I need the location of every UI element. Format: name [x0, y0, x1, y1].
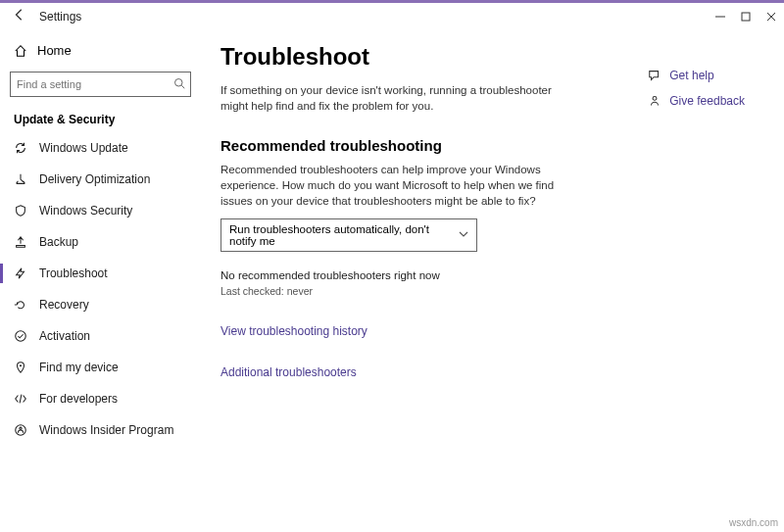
sidebar-item-label: Troubleshoot [39, 266, 108, 280]
get-help-link[interactable]: Get help [648, 69, 745, 82]
location-icon [14, 361, 27, 374]
no-recommended-text: No recommended troubleshooters right now [220, 269, 764, 281]
recovery-icon [14, 298, 27, 312]
dropdown-value: Run troubleshooters automatically, don't… [229, 223, 459, 247]
svg-point-10 [653, 96, 657, 100]
sidebar-item-find-my-device[interactable]: Find my device [0, 352, 201, 383]
sidebar-item-label: Windows Insider Program [39, 423, 173, 437]
search-wrap [0, 64, 201, 105]
home-icon [14, 44, 27, 58]
search-icon [173, 75, 185, 93]
insider-icon [14, 423, 27, 437]
developers-icon [14, 392, 27, 406]
backup-icon [14, 235, 27, 249]
give-feedback-link[interactable]: Give feedback [648, 94, 745, 108]
svg-point-6 [16, 331, 26, 342]
search-input[interactable] [10, 72, 191, 97]
recommended-heading: Recommended troubleshooting [220, 137, 764, 154]
sidebar-item-label: Activation [39, 329, 90, 343]
sidebar-item-backup[interactable]: Backup [0, 226, 201, 258]
sidebar-item-delivery-optimization[interactable]: Delivery Optimization [0, 164, 201, 195]
window-title: Settings [39, 10, 81, 24]
sidebar-item-label: For developers [39, 392, 118, 406]
right-links: Get help Give feedback [648, 69, 745, 108]
sidebar-item-for-developers[interactable]: For developers [0, 383, 201, 414]
svg-line-5 [181, 85, 184, 88]
home-label: Home [37, 43, 72, 58]
shield-icon [14, 204, 27, 218]
svg-point-4 [175, 79, 183, 87]
feedback-icon [648, 94, 662, 108]
back-button[interactable] [0, 8, 39, 24]
section-header: Update & Security [0, 105, 201, 132]
close-button[interactable] [759, 4, 784, 29]
titlebar: Settings [0, 0, 784, 29]
sidebar-item-recovery[interactable]: Recovery [0, 289, 201, 320]
main-content: Troubleshoot If something on your device… [201, 29, 784, 532]
sidebar-item-windows-update[interactable]: Windows Update [0, 132, 201, 164]
watermark: wsxdn.com [729, 517, 778, 528]
troubleshoot-frequency-dropdown[interactable]: Run troubleshooters automatically, don't… [220, 218, 477, 252]
intro-text: If something on your device isn't workin… [220, 82, 564, 114]
activation-icon [14, 329, 27, 343]
sync-icon [14, 141, 27, 155]
svg-point-9 [20, 427, 22, 429]
sidebar: Home Update & Security Windows Update De… [0, 29, 201, 532]
sidebar-item-label: Windows Security [39, 204, 132, 218]
sidebar-item-activation[interactable]: Activation [0, 320, 201, 352]
page-title: Troubleshoot [220, 43, 764, 71]
troubleshoot-icon [14, 266, 27, 280]
sidebar-item-label: Windows Update [39, 141, 128, 155]
view-history-link[interactable]: View troubleshooting history [220, 324, 764, 338]
sidebar-item-label: Find my device [39, 361, 119, 374]
maximize-button[interactable] [733, 4, 759, 29]
last-checked-text: Last checked: never [220, 285, 764, 297]
home-nav[interactable]: Home [0, 37, 201, 64]
sidebar-item-label: Delivery Optimization [39, 172, 150, 186]
sidebar-item-label: Backup [39, 235, 78, 249]
sidebar-item-label: Recovery [39, 298, 89, 312]
delivery-icon [14, 172, 27, 186]
get-help-label: Get help [669, 69, 713, 82]
sidebar-item-windows-security[interactable]: Windows Security [0, 195, 201, 226]
help-icon [648, 69, 662, 82]
svg-rect-1 [742, 13, 750, 21]
recommended-desc: Recommended troubleshooters can help imp… [220, 162, 564, 209]
sidebar-item-troubleshoot[interactable]: Troubleshoot [0, 258, 201, 289]
sidebar-item-windows-insider[interactable]: Windows Insider Program [0, 414, 201, 446]
minimize-button[interactable] [708, 4, 733, 29]
give-feedback-label: Give feedback [669, 94, 745, 108]
svg-point-7 [20, 364, 22, 366]
additional-troubleshooters-link[interactable]: Additional troubleshooters [220, 365, 764, 379]
chevron-down-icon [459, 229, 468, 241]
